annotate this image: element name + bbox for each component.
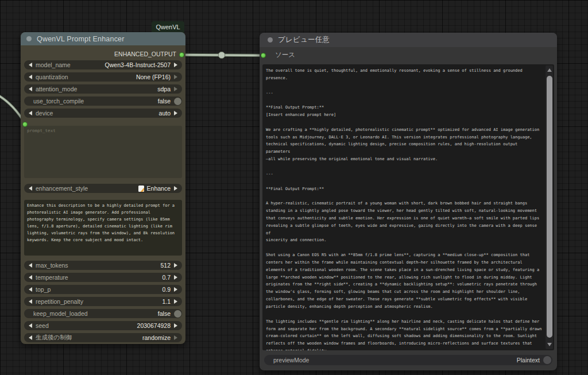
widget-temperature[interactable]: temperature 0.7 — [24, 273, 182, 282]
increment-arrow-icon[interactable] — [174, 111, 177, 115]
widget-seed[interactable]: seed 2030674928 — [24, 321, 182, 330]
toggle-knob[interactable] — [174, 310, 181, 318]
decrement-arrow-icon[interactable] — [29, 186, 32, 191]
decrement-arrow-icon[interactable] — [29, 63, 32, 67]
scrollbar[interactable] — [546, 65, 553, 349]
decrement-arrow-icon[interactable] — [29, 87, 32, 91]
increment-arrow-icon[interactable] — [174, 63, 177, 67]
preview-node[interactable]: プレビュー任意 ソース The overall tone is quiet, t… — [260, 33, 557, 370]
increment-arrow-icon[interactable] — [174, 87, 177, 91]
node-title-bar[interactable]: プレビュー任意 — [260, 33, 557, 47]
widget-model-name[interactable]: model_name Qwen3-4B-Instruct-2507 — [24, 60, 182, 69]
instruction-text-value: Enhance this description to be a highly … — [24, 200, 182, 246]
widget-repetition-penalty[interactable]: repetition_penalty 1.1 — [24, 297, 182, 306]
node-title: QwenVL Prompt Enhancer — [37, 35, 125, 43]
toggle-knob[interactable] — [174, 98, 181, 105]
memo-pencil-icon — [138, 185, 144, 192]
prompt-text-placeholder: prompt_text — [24, 126, 182, 136]
widget-top-p[interactable]: top_p 0.9 — [24, 285, 182, 294]
collapse-dot[interactable] — [268, 37, 273, 42]
enhanced-output-port[interactable] — [179, 52, 184, 57]
instruction-text-input[interactable]: Enhance this description to be a highly … — [24, 200, 182, 256]
scrollbar-thumb[interactable] — [547, 76, 552, 338]
qwenvl-prompt-enhancer-node[interactable]: QwenVL Prompt Enhancer ENHANCED_OUTPUT m… — [21, 32, 185, 344]
decrement-arrow-icon[interactable] — [29, 335, 32, 340]
node-graph-canvas[interactable]: QwenVL QwenVL Prompt Enhancer ENHANCED_O… — [0, 0, 588, 375]
scroll-up-icon[interactable] — [547, 68, 552, 72]
toggle-knob[interactable] — [543, 356, 551, 364]
decrement-arrow-icon[interactable] — [29, 287, 32, 292]
widget-max-tokens[interactable]: max_tokens 512 — [24, 261, 182, 270]
decrement-arrow-icon[interactable] — [29, 323, 32, 328]
increment-arrow-icon[interactable] — [174, 299, 177, 304]
increment-arrow-icon[interactable] — [174, 75, 177, 79]
collapse-dot[interactable] — [26, 36, 32, 41]
widget-use-torch-compile[interactable]: use_torch_compile false — [24, 96, 182, 106]
reroute-dot — [218, 52, 225, 59]
widget-device[interactable]: device auto — [24, 109, 182, 118]
widget-attention-mode[interactable]: attention_mode sdpa — [24, 84, 182, 94]
scroll-down-icon[interactable] — [547, 343, 552, 346]
decrement-arrow-icon[interactable] — [29, 275, 32, 280]
preview-text: The overall tone is quiet, thoughtful, a… — [262, 64, 554, 350]
increment-arrow-icon[interactable] — [174, 287, 177, 292]
prompt-text-input-port[interactable] — [22, 122, 28, 127]
widget-enhancement-style[interactable]: enhancement_style Enhance — [24, 184, 182, 193]
widget-keep-model-loaded[interactable]: keep_model_loaded false — [24, 309, 182, 318]
widget-quantization[interactable]: quantization None (FP16) — [24, 72, 182, 82]
source-input-port[interactable] — [261, 53, 266, 58]
input-slot-label: ソース — [275, 51, 295, 59]
decrement-arrow-icon[interactable] — [29, 111, 32, 115]
widget-preview-mode[interactable]: previewMode Plaintext — [264, 355, 552, 365]
preview-text-area[interactable]: The overall tone is quiet, thoughtful, a… — [262, 64, 554, 350]
output-slot-label: ENHANCED_OUTPUT — [114, 51, 176, 57]
decrement-arrow-icon[interactable] — [29, 263, 32, 268]
decrement-arrow-icon[interactable] — [29, 299, 32, 304]
node-title-bar[interactable]: QwenVL Prompt Enhancer — [21, 32, 185, 45]
decrement-arrow-icon[interactable] — [29, 75, 32, 79]
increment-arrow-icon[interactable] — [174, 186, 177, 191]
increment-arrow-icon[interactable] — [174, 335, 177, 340]
increment-arrow-icon[interactable] — [174, 323, 177, 328]
increment-arrow-icon[interactable] — [174, 263, 177, 268]
node-title: プレビュー任意 — [278, 35, 330, 45]
widget-seed-control-after-generate[interactable]: 生成後の制御 randomize — [24, 333, 182, 342]
node-group-tab[interactable]: QwenVL — [152, 21, 184, 33]
increment-arrow-icon[interactable] — [174, 275, 177, 280]
prompt-text-input[interactable]: prompt_text — [24, 126, 182, 178]
